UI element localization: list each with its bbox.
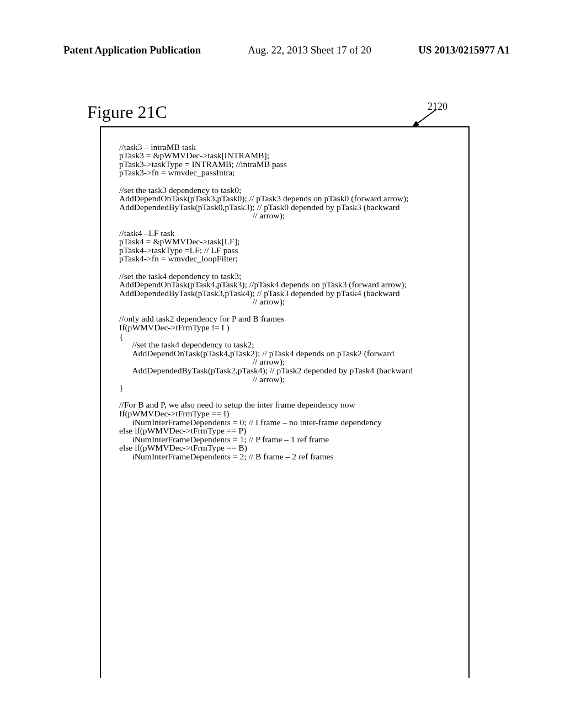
page-header: Patent Application Publication Aug. 22, … xyxy=(63,44,510,56)
arrow-icon xyxy=(408,106,447,129)
figure-title: Figure 21C xyxy=(87,102,167,122)
code-listing: //task3 – intraMB task pTask3 = &pWMVDec… xyxy=(119,143,456,461)
header-date-sheet: Aug. 22, 2013 Sheet 17 of 20 xyxy=(248,44,371,56)
header-patent-number: US 2013/0215977 A1 xyxy=(418,44,510,56)
svg-line-0 xyxy=(415,110,436,125)
header-publication: Patent Application Publication xyxy=(63,44,201,56)
page-root: Patent Application Publication Aug. 22, … xyxy=(0,0,565,728)
